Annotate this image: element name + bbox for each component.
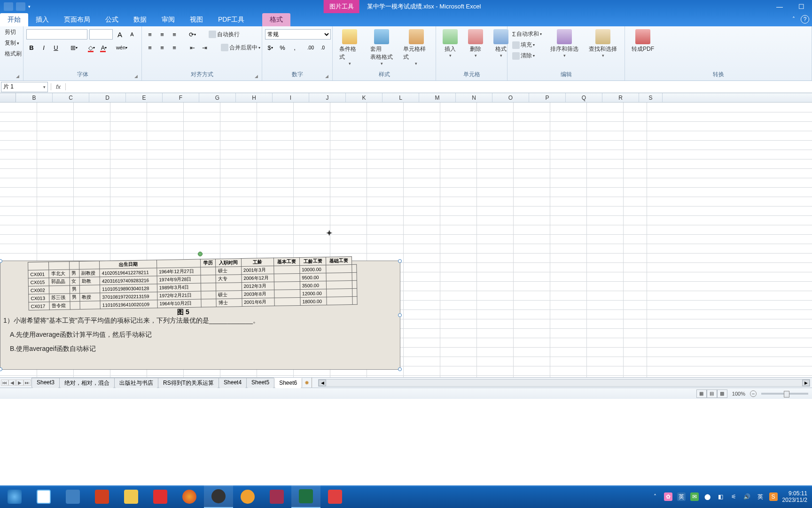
zoom-level[interactable]: 100% [732,391,745,397]
align-top-button[interactable]: ≡ [145,29,155,40]
worksheet-grid[interactable]: BCDEFGHIJKLMNOPQRS ✦ 出生日期学历入职时间工龄基本工资工龄工… [0,93,812,377]
sort-filter-button[interactable]: 排序和筛选▾ [547,27,582,60]
merge-center-button[interactable]: 合并后居中▾ [219,43,262,53]
find-select-button[interactable]: 查找和选择▾ [585,27,621,60]
ribbon-minimize-icon[interactable]: ˄ [789,15,798,24]
normal-view-button[interactable]: ▦ [696,389,707,398]
clear-button[interactable]: 清除▾ [510,51,544,61]
maximize-button[interactable]: ☐ [790,0,812,13]
format-painter-button[interactable]: 格式刷 [3,49,23,59]
formula-input[interactable] [68,82,812,92]
col-header-M[interactable]: M [419,93,456,102]
copy-button[interactable]: 复制▾ [3,38,23,48]
tab-page-layout[interactable]: 页面布局 [56,13,98,26]
insert-cells-button[interactable]: 插入▾ [439,27,461,60]
tray-ime2[interactable]: 英 [756,492,765,501]
fill-button[interactable]: 填充▾ [510,40,544,50]
align-middle-button[interactable]: ≡ [157,29,167,40]
font-family-combo[interactable] [26,29,87,40]
tab-formulas[interactable]: 公式 [98,13,126,26]
select-all-corner[interactable] [0,93,16,102]
sheet-tab-Sheet4[interactable]: Sheet4 [219,378,247,388]
col-header-Q[interactable]: Q [566,93,602,102]
sheet-nav[interactable]: ⏮◀▶⏭ [0,380,32,386]
col-header-I[interactable]: I [273,93,309,102]
delete-cells-button[interactable]: 删除▾ [464,27,487,60]
orientation-button[interactable]: ⟳▾ [187,29,197,40]
fill-color-button[interactable]: ◇▾ [86,42,97,53]
task-view-button[interactable] [29,485,58,508]
col-header-J[interactable]: J [309,93,346,102]
resize-handle-se[interactable] [398,367,402,371]
sheet-tab-Sheet6[interactable]: Sheet6 [274,378,302,388]
col-header-G[interactable]: G [199,93,236,102]
col-header-P[interactable]: P [529,93,566,102]
decrease-decimal-button[interactable]: .0 [318,42,328,53]
tab-home[interactable]: 开始 [0,13,28,26]
tray-wifi-icon[interactable]: ⚟ [730,492,738,501]
wrap-text-button[interactable]: 自动换行 [207,30,242,40]
shrink-font-button[interactable]: A [127,29,137,40]
qat-undo-icon[interactable] [16,2,25,11]
col-header-B[interactable]: B [16,93,53,102]
taskbar-app-1[interactable] [58,485,87,508]
minimize-button[interactable]: — [769,0,790,13]
taskbar-qq[interactable] [204,485,233,508]
border-button[interactable]: ⊞▾ [69,42,79,53]
convert-pdf-button[interactable]: 转成PDF [628,27,658,55]
taskbar-access[interactable] [262,485,291,508]
grow-font-button[interactable]: A [115,29,125,40]
clipboard-launcher-icon[interactable]: ◢ [16,74,19,79]
sheet-tab-绝对，相对，混合[interactable]: 绝对，相对，混合 [59,378,115,388]
col-header-O[interactable]: O [492,93,529,102]
number-launcher-icon[interactable]: ◢ [325,74,328,79]
tab-view[interactable]: 视图 [182,13,211,26]
increase-indent-button[interactable]: ⇥ [199,42,210,53]
col-header-L[interactable]: L [383,93,419,102]
horizontal-scrollbar[interactable]: ◀ ▶ [318,379,810,387]
col-header-S[interactable]: S [639,93,663,102]
tab-review[interactable]: 审阅 [154,13,182,26]
page-break-view-button[interactable]: ▩ [717,389,727,398]
tray-security-icon[interactable]: ⬤ [703,492,712,501]
tray-app-icon[interactable]: ◧ [717,492,725,501]
tray-ime3[interactable]: S [769,492,778,501]
comma-button[interactable]: , [289,42,300,53]
tab-insert[interactable]: 插入 [28,13,56,26]
sheet-tab-出版社与书店[interactable]: 出版社与书店 [114,378,158,388]
tab-pdf-tools[interactable]: PDF工具 [211,13,252,26]
align-right-button[interactable]: ≡ [169,42,180,53]
increase-decimal-button[interactable]: .00 [305,42,316,53]
taskbar-search[interactable] [233,485,262,508]
start-button[interactable] [0,485,29,508]
zoom-slider[interactable] [761,393,808,395]
format-as-table-button[interactable]: 套用 表格格式▾ [367,27,397,68]
currency-button[interactable]: $▾ [265,42,275,53]
page-layout-view-button[interactable]: ▤ [707,389,717,398]
sheet-tab-RS得到T的关系运算[interactable]: RS得到T的关系运算 [158,378,219,388]
scroll-left-button[interactable]: ◀ [319,380,326,386]
tab-data[interactable]: 数据 [126,13,154,26]
fx-icon[interactable]: fx [51,83,66,90]
qat-dropdown-icon[interactable]: ▾ [28,4,31,9]
conditional-format-button[interactable]: 条件格式▾ [336,27,364,68]
taskbar-firefox[interactable] [175,485,204,508]
align-center-button[interactable]: ≡ [157,42,167,53]
sheet-tab-Sheet3[interactable]: Sheet3 [31,378,60,388]
col-header-D[interactable]: D [89,93,126,102]
col-header-E[interactable]: E [126,93,163,102]
tab-format-context[interactable]: 格式 [262,13,290,26]
font-color-button[interactable]: A▾ [99,42,109,53]
col-header-K[interactable]: K [346,93,383,102]
help-icon[interactable]: ? [801,15,809,24]
percent-button[interactable]: % [277,42,288,53]
tray-clock[interactable]: 9:05:11 2023/11/2 [782,490,807,504]
col-header-F[interactable]: F [163,93,199,102]
embedded-picture[interactable]: 出生日期学历入职时间工龄基本工资工龄工资基础工资CX001李北大男副教授4102… [0,261,400,370]
cut-button[interactable]: 剪切 [3,27,23,37]
taskbar-excel[interactable] [291,485,320,508]
resize-handle-nw[interactable] [0,259,2,263]
align-left-button[interactable]: ≡ [145,42,155,53]
taskbar-pdf[interactable] [320,485,350,508]
font-launcher-icon[interactable]: ◢ [134,74,138,79]
